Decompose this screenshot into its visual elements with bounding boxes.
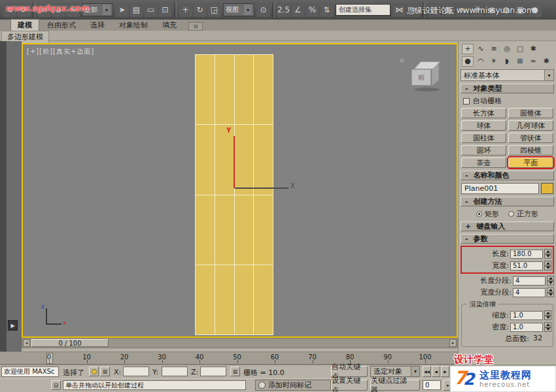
select-and-move-icon[interactable]: + [179, 3, 192, 17]
prev-frame-icon[interactable]: ◀ [432, 366, 440, 377]
display-tab-icon[interactable]: ▢ [514, 44, 526, 54]
rollout-object-type[interactable]: - 对象类型 [460, 84, 554, 93]
param-field[interactable]: 4 [513, 276, 546, 286]
reference-coordinate-dropdown[interactable]: 视图▾ [223, 3, 254, 16]
motion-tab-icon[interactable]: ◎ [501, 44, 513, 54]
spinner-up-icon[interactable] [547, 276, 554, 281]
select-and-scale-icon[interactable]: ◲ [207, 3, 221, 17]
object-type-button[interactable]: 管状体 [508, 133, 553, 143]
ribbon-tab[interactable]: 对象绘制 [113, 20, 154, 31]
select-and-rotate-icon[interactable]: ↻ [193, 3, 207, 17]
front-viewport[interactable]: [+][前][真实+边面] Y X ⌂ 前 z x [22, 43, 458, 338]
select-by-name-icon[interactable]: ▤ [130, 3, 143, 17]
plane-object[interactable] [195, 54, 273, 335]
x-coord-field[interactable] [123, 367, 149, 376]
viewcube-home-icon[interactable]: ⌂ [400, 56, 404, 63]
mirror-icon[interactable]: ⋈ [392, 3, 406, 17]
angle-snap-icon[interactable]: ∠ [291, 3, 305, 17]
ribbon-tab[interactable]: 填充 [156, 20, 183, 31]
viewcube[interactable]: 前 [409, 61, 445, 93]
spinner-up-icon[interactable] [544, 261, 551, 266]
param-field[interactable]: 1.0 [510, 323, 543, 332]
spinner-snap-icon[interactable]: ⇅ [320, 3, 334, 17]
ribbon-tab[interactable]: 自由形式 [41, 20, 82, 31]
percent-snap-icon[interactable]: % [305, 3, 319, 17]
object-name-field[interactable]: Plane001 [461, 183, 539, 194]
param-field[interactable]: 1.0 [510, 311, 543, 320]
play-icon[interactable]: ▶ [441, 366, 449, 377]
primitive-category-dropdown[interactable]: 标准基本体 ▾ [460, 69, 554, 81]
geometry-category-icon[interactable]: ● [462, 56, 474, 67]
modify-tab-icon[interactable]: ∿ [475, 44, 487, 54]
spinner-down-icon[interactable] [544, 327, 551, 333]
rect-selection-region-icon[interactable]: ▭ [144, 3, 158, 17]
go-start-icon[interactable]: ◀◀ [423, 366, 431, 377]
utilities-tab-icon[interactable]: ✱ [527, 44, 539, 54]
spinner-up-icon[interactable] [544, 249, 551, 254]
current-time-field[interactable]: 0 [423, 380, 441, 390]
spinner-down-icon[interactable] [544, 316, 551, 321]
viewport-label[interactable]: [+][前][真实+边面] [27, 47, 94, 56]
time-slider-next-icon[interactable]: ▸ [449, 339, 457, 347]
spinner-down-icon[interactable] [547, 281, 554, 286]
shapes-category-icon[interactable]: ◠ [475, 56, 487, 67]
selection-lock-icon[interactable]: ⊞ [100, 367, 110, 376]
object-type-button[interactable]: 圆环 [461, 145, 506, 155]
systems-category-icon[interactable]: ✱ [540, 56, 552, 67]
rollout-creation-method[interactable]: - 创建方法 [460, 197, 554, 206]
param-field[interactable]: 180.0 [510, 250, 543, 259]
object-type-button[interactable]: 四棱锥 [508, 145, 553, 155]
ribbon-overflow-icon[interactable]: ⊟ [188, 22, 203, 31]
prompt-options-icon[interactable]: ⊟ [51, 380, 61, 390]
object-type-button[interactable]: 圆柱体 [461, 133, 506, 143]
cameras-category-icon[interactable]: ◗ [501, 56, 513, 67]
maxscript-mini-listener[interactable]: 欢迎使用 MAXSc [1, 367, 59, 377]
create-tab-icon[interactable]: + [462, 44, 474, 54]
time-slider-handle[interactable]: 0 / 100 [31, 339, 109, 347]
radio-square[interactable]: 正方形 [508, 209, 538, 219]
track-bar[interactable]: 0102030405060708090100 [0, 351, 458, 365]
hierarchy-tab-icon[interactable]: ≡ [488, 44, 500, 54]
use-pivot-point-icon[interactable]: ⊙ [256, 3, 270, 17]
spinner-down-icon[interactable] [547, 293, 554, 298]
object-type-button[interactable]: 茶壶 [461, 157, 506, 168]
object-type-button[interactable]: 长方体 [461, 108, 506, 118]
time-slider[interactable]: ◂ 0 / 100 ▸ [22, 338, 458, 348]
viewcube-front-face[interactable]: 前 [411, 69, 431, 86]
radio-rectangle[interactable]: 矩形 [476, 209, 499, 219]
isolate-selection-icon[interactable] [89, 367, 99, 376]
autogrid-checkbox[interactable] [463, 98, 470, 105]
spacewarps-category-icon[interactable]: ≈ [527, 56, 539, 67]
rollout-parameters[interactable]: - 参数 [460, 234, 554, 244]
object-type-button[interactable]: 圆锥体 [508, 108, 553, 118]
spinner-down-icon[interactable] [544, 254, 551, 259]
window-crossing-icon[interactable]: ⊡ [158, 3, 172, 17]
ribbon-tab[interactable]: 选择 [84, 20, 111, 31]
select-object-icon[interactable]: ➤ [115, 3, 129, 17]
time-slider-prev-icon[interactable]: ◂ [23, 339, 30, 347]
param-field[interactable]: 4 [513, 288, 546, 297]
snap-toggle-icon[interactable]: 2.5 [277, 3, 290, 17]
spinner-up-icon[interactable] [544, 322, 551, 327]
time-tag-area[interactable]: 添加时间标记 [255, 380, 331, 391]
named-selection-set-field[interactable]: 创建选择集 [336, 4, 391, 16]
object-color-swatch[interactable] [541, 183, 553, 194]
key-filters-button[interactable]: 关键点过滤器... [370, 380, 420, 391]
lights-category-icon[interactable]: ☀ [488, 56, 500, 67]
rollout-keyboard-entry[interactable]: + 键盘输入 [460, 221, 554, 231]
z-coord-field[interactable] [200, 367, 226, 376]
helpers-category-icon[interactable]: ⊞ [514, 56, 526, 67]
spinner-down-icon[interactable] [544, 266, 551, 271]
rollout-name-color[interactable]: - 名称和颜色 [460, 171, 554, 180]
y-coord-field[interactable] [162, 367, 188, 376]
object-type-button[interactable]: 几何球体 [508, 120, 553, 131]
set-key-button[interactable]: 设置关键点 [331, 380, 368, 391]
spinner-up-icon[interactable] [547, 287, 554, 293]
viewport-layout-arrow-icon[interactable]: ▶ [8, 320, 18, 331]
ribbon-tab[interactable]: 建模 [10, 19, 39, 31]
object-type-button[interactable]: 平面 [508, 157, 553, 168]
object-type-button[interactable]: 球体 [461, 120, 506, 131]
grid-toggle-icon[interactable]: ⊞ [230, 367, 240, 376]
param-field[interactable]: 51.0 [510, 261, 543, 270]
spinner-up-icon[interactable] [544, 310, 551, 316]
